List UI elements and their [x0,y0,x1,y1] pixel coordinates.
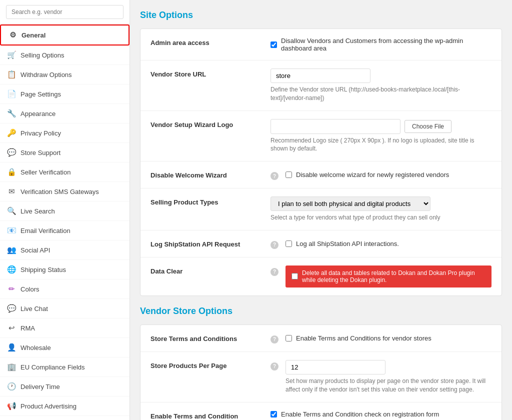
sidebar-item-social-api[interactable]: 👥Social API [0,240,130,260]
eu-compliance-icon: 🏢 [7,362,16,372]
sidebar-item-label-social-api: Social API [20,246,50,254]
selling-product-types-control: I plan to sell both physical and digital… [270,196,492,222]
sidebar-item-withdraw-options[interactable]: 📋Withdraw Options [0,65,130,84]
admin-area-access-control: Disallow Vendors and Customers from acce… [270,37,492,52]
selling-options-icon: 🛒 [7,50,16,60]
store-terms-checkbox[interactable] [286,335,292,342]
sidebar: ⚙General🛒Selling Options📋Withdraw Option… [0,0,130,420]
sidebar-item-live-chat[interactable]: 💬Live Chat [0,299,130,318]
sidebar-item-label-live-search: Live Search [20,208,55,215]
admin-area-access-label: Admin area access [150,37,260,46]
wholesale-icon: 👤 [7,343,16,352]
delivery-time-icon: 🕐 [7,382,16,391]
verification-sms-icon: ✉ [7,187,16,196]
sidebar-item-rma[interactable]: ↩RMA [0,318,130,338]
page-settings-icon: 📄 [7,90,16,98]
vendor-store-url-description: Define the Vendor store URL (http://used… [270,86,492,102]
store-products-per-page-help-icon[interactable]: ? [270,362,278,370]
selling-product-types-row: Selling Product Types I plan to sell bot… [140,188,502,230]
sidebar-item-label-colors: Colors [20,286,40,293]
sidebar-item-email-verification[interactable]: 📧Email Verification [0,221,130,240]
sidebar-item-label-delivery-time: Delivery Time [20,383,60,390]
sidebar-item-store-support[interactable]: 💬Store Support [0,143,130,162]
sidebar-item-eu-compliance[interactable]: 🏢EU Compliance Fields [0,358,130,377]
sidebar-item-product-advertising[interactable]: 📢Product Advertising [0,396,130,416]
data-clear-alert: Delete all data and tables related to Do… [286,266,492,288]
sidebar-item-vendor-subscription[interactable]: 💼Vendor Subscription [0,416,130,420]
store-terms-label: Store Terms and Conditions [150,333,260,342]
sidebar-item-live-search[interactable]: 🔍Live Search [0,202,130,221]
vendor-logo-description: Recommended Logo size ( 270px X 90px ). … [270,136,492,154]
data-clear-help-icon[interactable]: ? [270,268,278,276]
sidebar-item-delivery-time[interactable]: 🕐Delivery Time [0,377,130,396]
general-icon: ⚙ [8,30,17,40]
sidebar-item-label-appearance: Appearance [20,110,56,118]
store-terms-help-icon[interactable]: ? [270,336,278,344]
sidebar-item-label-email-verification: Email Verification [20,227,70,234]
enable-terms-condition-row: Enable Terms and Condition Enable Terms … [140,402,502,420]
admin-area-access-checkbox[interactable] [270,42,277,48]
live-search-icon: 🔍 [7,206,16,216]
data-clear-label: Data Clear [150,266,260,275]
product-advertising-icon: 📢 [7,402,16,410]
sidebar-item-general[interactable]: ⚙General [0,24,130,46]
sidebar-item-page-settings[interactable]: 📄Page Settings [0,84,130,104]
sidebar-item-label-privacy-policy: Privacy Policy [20,130,61,137]
data-clear-control: ? Delete all data and tables related to … [270,266,492,288]
vendor-store-options-title: Vendor Store Options [140,306,502,316]
enable-terms-condition-checkbox-label: Enable Terms and Condition check on regi… [281,410,439,418]
appearance-icon: 🔧 [7,109,16,118]
sidebar-item-wholesale[interactable]: 👤Wholesale [0,338,130,358]
data-clear-checkbox[interactable] [292,273,298,280]
disable-welcome-wizard-checkbox[interactable] [286,172,292,178]
seller-verification-icon: 🔒 [7,168,16,176]
store-products-per-page-control: ? Set how many products to display per p… [270,360,492,394]
sidebar-item-label-withdraw-options: Withdraw Options [20,71,72,78]
sidebar-item-label-verification-sms: Verification SMS Gateways [20,188,99,196]
disable-welcome-wizard-help-icon[interactable]: ? [270,172,278,180]
vendor-logo-choose-button[interactable]: Choose File [404,120,452,133]
sidebar-item-selling-options[interactable]: 🛒Selling Options [0,46,130,65]
sidebar-search-input[interactable] [6,5,124,19]
admin-area-access-checkbox-label: Disallow Vendors and Customers from acce… [281,37,492,52]
sidebar-item-verification-sms[interactable]: ✉Verification SMS Gateways [0,182,130,202]
sidebar-search-container [0,0,130,24]
sidebar-item-label-selling-options: Selling Options [20,52,64,59]
log-shipstation-row: Log ShipStation API Request ? Log all Sh… [140,230,502,258]
store-terms-row: Store Terms and Conditions ? Enable Term… [140,325,502,352]
disable-welcome-wizard-label: Disable Welcome Wizard [150,170,260,179]
selling-product-types-label: Selling Product Types [150,196,260,206]
sidebar-item-seller-verification[interactable]: 🔒Seller Verification [0,162,130,182]
log-shipstation-help-icon[interactable]: ? [270,241,278,249]
log-shipstation-label: Log ShipStation API Request [150,238,260,248]
sidebar-item-appearance[interactable]: 🔧Appearance [0,104,130,124]
store-products-per-page-input[interactable] [286,360,386,374]
store-terms-control: ? Enable Terms and Conditions for vendor… [270,333,492,344]
vendor-logo-row: Vendor Setup Wizard Logo Choose File Rec… [140,111,502,162]
sidebar-item-label-page-settings: Page Settings [20,90,61,98]
selling-product-types-description: Select a type for vendors what type of p… [270,214,492,222]
selling-product-types-select[interactable]: I plan to sell both physical and digital… [270,196,430,211]
sidebar-item-label-eu-compliance: EU Compliance Fields [20,364,85,371]
sidebar-item-shipping-status[interactable]: 🌐Shipping Status [0,260,130,280]
site-options-title: Site Options [140,10,502,20]
withdraw-options-icon: 📋 [7,70,16,79]
enable-terms-condition-checkbox[interactable] [270,411,277,418]
sidebar-item-label-live-chat: Live Chat [20,305,48,312]
admin-area-access-row: Admin area access Disallow Vendors and C… [140,29,502,60]
sidebar-item-label-rma: RMA [20,324,35,332]
vendor-store-url-input[interactable] [270,68,370,83]
log-shipstation-checkbox[interactable] [286,240,292,247]
store-products-per-page-row: Store Products Per Page ? Set how many p… [140,352,502,402]
social-api-icon: 👥 [7,246,16,254]
sidebar-item-colors[interactable]: ✏Colors [0,280,130,299]
vendor-store-options-card: Store Terms and Conditions ? Enable Term… [140,324,502,420]
privacy-policy-icon: 🔑 [7,128,16,138]
sidebar-item-label-shipping-status: Shipping Status [20,266,66,274]
live-chat-icon: 💬 [7,304,16,313]
sidebar-item-privacy-policy[interactable]: 🔑Privacy Policy [0,124,130,143]
sidebar-item-label-general: General [22,32,46,39]
main-content: Site Options Admin area access Disallow … [130,0,512,420]
enable-terms-condition-control: Enable Terms and Condition check on regi… [270,410,492,418]
sidebar-item-label-product-advertising: Product Advertising [20,402,76,410]
